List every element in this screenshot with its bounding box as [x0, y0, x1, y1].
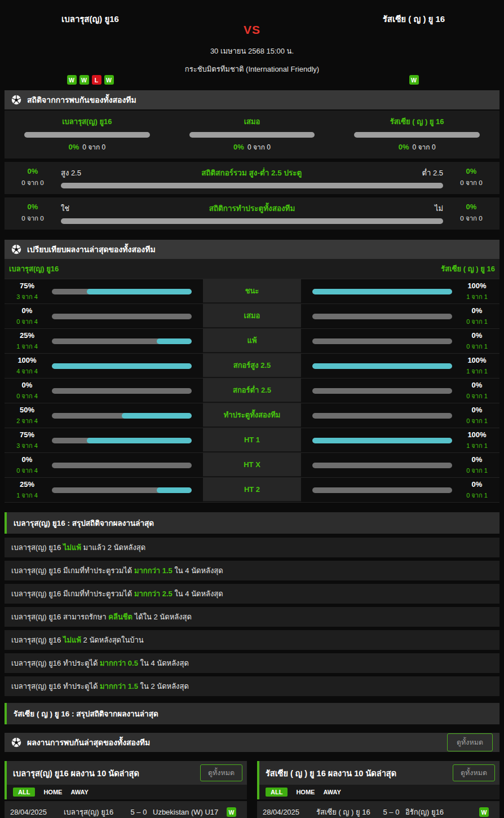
form-result-badge-l: L: [92, 75, 101, 85]
comparison-away-team: รัสเซีย ( ญ ) ยู 16: [441, 263, 495, 275]
filter-tab-all[interactable]: ALL: [266, 788, 288, 797]
soccer-ball-icon: [11, 737, 21, 747]
filter-tab-away[interactable]: AWAY: [70, 789, 88, 795]
away-progress-bar: [312, 314, 452, 319]
comparison-row: 25% 1 จาก 4 HT 2 0% 0 จาก 1: [5, 478, 499, 503]
h2h-columns: เบลารุส(ญ) ยู16 0%0 จาก 0 เสมอ 0%0 จาก 0…: [5, 111, 499, 159]
left-percent: 0%: [5, 203, 61, 211]
comparison-row: 25% 1 จาก 4 แพ้ 0% 0 จาก 1: [5, 329, 499, 354]
home-progress-bar: [52, 487, 192, 493]
away-percent: 100%: [454, 282, 499, 290]
home-progress-bar: [52, 463, 192, 468]
filter-tab-home[interactable]: HOME: [43, 789, 62, 795]
soccer-ball-icon: [11, 95, 21, 105]
home-count: 4 จาก 4: [5, 366, 50, 376]
comparison-rows: 75% 3 จาก 4 ชนะ 100% 1 จาก 1 0% 0 จาก 4 …: [5, 279, 499, 503]
away-form-badges: W: [409, 75, 419, 85]
competition-name: กระชับมิตรทีมชาติ (International Friendl…: [180, 63, 324, 75]
table-rows: 28/04/2025 เบลารุส(ญ) ยู16 5 – 0 Uzbekis…: [5, 801, 247, 818]
comparison-row-label: HT X: [203, 453, 301, 477]
away-progress-fill: [312, 438, 452, 443]
match-away-team: Uzbekistan (W) U17: [153, 808, 227, 816]
home-percent: 0%: [5, 381, 50, 389]
h2h-count: 0 จาก 0: [413, 143, 436, 151]
match-header: เบลารุส(ญ) ยู16 WWLW VS 30 เมษายน 2568 1…: [0, 0, 504, 90]
away-progress-bar: [312, 487, 452, 493]
left-count: 0 จาก 0: [5, 213, 61, 223]
summary-item: เบลารุส(ญ) ยู16 ทำประตูได้ มากกว่า 1.5 ใ…: [5, 676, 499, 696]
home-count: 0 จาก 4: [5, 391, 50, 401]
recent-results-table: รัสเซีย ( ญ ) ยู 16 ผลงาน 10 นัดล่าสุด ด…: [257, 761, 499, 818]
comparison-row: 0% 0 จาก 4 HT X 0% 0 จาก 1: [5, 453, 499, 478]
view-all-button[interactable]: ดูทั้งหมด: [447, 733, 493, 751]
filter-tab-home[interactable]: HOME: [296, 789, 315, 795]
left-option-label: ใช่: [61, 203, 69, 214]
away-team-name: รัสเซีย ( ญ ) ยู 16: [383, 12, 445, 26]
h2h-count: 0 จาก 0: [247, 143, 271, 151]
away-percent: 100%: [454, 356, 499, 364]
match-row[interactable]: 28/04/2025 เบลารุส(ญ) ยู16 5 – 0 Uzbekis…: [5, 801, 247, 818]
stat-progress-bar: [61, 183, 443, 188]
match-score: 5 – 0: [377, 808, 405, 816]
away-progress-fill: [312, 289, 452, 294]
summary-highlight: มากกว่า 1.5: [134, 566, 173, 575]
match-score: 5 – 0: [125, 808, 153, 816]
home-percent: 75%: [5, 282, 50, 290]
comparison-row: 75% 3 จาก 4 ชนะ 100% 1 จาก 1: [5, 279, 499, 304]
section-h2h-stats-header: สถิติจากการพบกันของทั้งสองทีม: [5, 90, 499, 109]
match-row[interactable]: 28/04/2025 รัสเซีย ( ญ ) ยู 16 5 – 0 อิร…: [257, 801, 499, 818]
away-count: 0 จาก 1: [454, 316, 499, 327]
away-percent: 100%: [454, 430, 499, 439]
home-summary-items: เบลารุส(ญ) ยู16 ไม่แพ้ มาแล้ว 2 นัดหลังส…: [0, 538, 504, 696]
form-result-badge-w: W: [67, 75, 77, 85]
summary-item: เบลารุส(ญ) ยู16 มีเกมที่ทำประตูรวมได้ มา…: [5, 561, 499, 580]
h2h-column: รัสเซีย ( ญ ) ยู 16 0%0 จาก 0: [334, 116, 499, 152]
filter-tab-away[interactable]: AWAY: [323, 789, 341, 795]
home-progress-bar: [52, 338, 192, 344]
match-home-team: รัสเซีย ( ญ ) ยู 16: [316, 806, 377, 818]
summary-highlight: มากกว่า 2.5: [134, 590, 173, 598]
h2h-overview-card: เบลารุส(ญ) ยู16 0%0 จาก 0 เสมอ 0%0 จาก 0…: [5, 111, 499, 159]
home-count: 1 จาก 4: [5, 341, 50, 351]
summary-highlight: มากกว่า 1.5: [100, 682, 138, 691]
h2h-percent: 0%: [399, 143, 409, 151]
match-datetime: 30 เมษายน 2568 15:00 น.: [180, 45, 324, 57]
home-percent: 50%: [5, 406, 50, 414]
home-percent: 100%: [5, 356, 50, 364]
table-filter-tabs: ALLHOMEAWAY: [259, 785, 499, 799]
away-progress-bar: [312, 289, 452, 294]
away-team-block: รัสเซีย ( ญ ) ยู 16 W: [324, 9, 504, 85]
soccer-ball-icon: [11, 244, 21, 254]
comparison-row-label: ทำประตูทั้งสองทีม: [203, 403, 301, 428]
match-info: VS 30 เมษายน 2568 15:00 น. กระชับมิตรทีม…: [180, 9, 324, 90]
away-percent: 0%: [454, 306, 499, 315]
h2h-progress-bar: [189, 132, 315, 138]
vs-label: VS: [180, 23, 324, 37]
away-progress-bar: [312, 463, 452, 468]
view-all-button[interactable]: ดูทั้งหมด: [200, 764, 242, 781]
right-option-label: ต่ำ 2.5: [422, 167, 443, 179]
comparison-row: 0% 0 จาก 4 เสมอ 0% 0 จาก 1: [5, 304, 499, 329]
summary-item: เบลารุส(ญ) ยู16 ไม่แพ้ 2 นัดหลังสุดในบ้า…: [5, 630, 499, 650]
view-all-button[interactable]: ดูทั้งหมด: [453, 764, 495, 781]
comparison-row-label: HT 2: [203, 478, 301, 502]
h2h-column: เบลารุส(ญ) ยู16 0%0 จาก 0: [5, 116, 170, 152]
h2h-column-label: เสมอ: [170, 116, 335, 127]
comparison-row-label: เสมอ: [203, 304, 301, 328]
h2h-column: เสมอ 0%0 จาก 0: [170, 116, 335, 152]
home-form-badges: WWLW: [67, 75, 114, 85]
match-away-team: อิรัก(ญ) ยู16: [405, 806, 479, 818]
home-progress-bar: [52, 388, 192, 394]
summary-item: เบลารุส(ญ) ยู16 มีเกมที่ทำประตูรวมได้ มา…: [5, 584, 499, 604]
h2h-column-label: เบลารุส(ญ) ยู16: [5, 116, 170, 127]
recent-tables: เบลารุส(ญ) ยู16 ผลงาน 10 นัดล่าสุด ดูทั้…: [5, 761, 499, 818]
section-title: สถิติจากการพบกันของทั้งสองทีม: [27, 94, 136, 106]
home-percent: 25%: [5, 480, 50, 489]
h2h-percent: 0%: [68, 143, 79, 151]
away-percent: 0%: [454, 331, 499, 340]
table-title: รัสเซีย ( ญ ) ยู 16 ผลงาน 10 นัดล่าสุด: [266, 767, 396, 780]
match-date: 28/04/2025: [263, 808, 316, 816]
section-title: ผลงานการพบกันล่าสุดของทั้งสองทีม: [27, 736, 150, 749]
right-percent: 0%: [443, 167, 499, 175]
filter-tab-all[interactable]: ALL: [13, 788, 35, 797]
